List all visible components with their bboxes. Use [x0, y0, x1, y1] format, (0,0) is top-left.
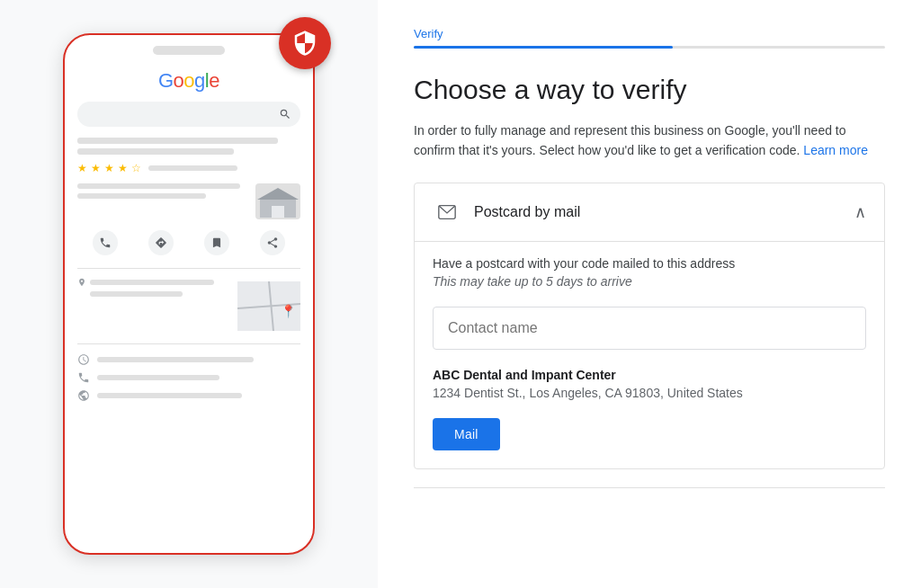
globe-icon: [77, 389, 90, 402]
phone-action-directions: [148, 230, 174, 255]
description-text: In order to fully manage and represent t…: [414, 120, 885, 161]
biz-info-skeleton: [77, 183, 248, 199]
biz-image-placeholder: [255, 183, 300, 219]
business-card-row: [77, 183, 300, 219]
google-logo: Google: [77, 69, 300, 93]
chevron-right-icon: ›: [289, 299, 293, 314]
postcard-note: This may take up to 5 days to arrive: [433, 274, 866, 289]
star-3: ★: [104, 162, 114, 174]
phone-search-bar: [77, 102, 300, 127]
share-icon: [266, 236, 279, 249]
skeleton-line: [97, 375, 219, 380]
skeleton-group-1: [77, 138, 300, 155]
shield-icon: [291, 30, 318, 57]
business-address: 1234 Dentist St., Los Angeles, CA 91803,…: [433, 386, 866, 400]
verify-option-postcard: Postcard by mail ∧ Have a postcard with …: [414, 183, 885, 469]
call-icon: [99, 236, 112, 249]
phone-notch: [153, 46, 225, 55]
star-5: ☆: [131, 162, 141, 174]
description-body: In order to fully manage and represent t…: [414, 123, 846, 157]
stars-row: ★ ★ ★ ★ ☆: [77, 162, 300, 174]
postcard-description: Have a postcard with your code mailed to…: [433, 242, 866, 271]
postcard-option-title: Postcard by mail: [474, 204, 854, 220]
g-letter-red2: e: [209, 69, 219, 92]
mail-button[interactable]: Mail: [433, 418, 500, 450]
star-1: ★: [77, 162, 87, 174]
g-letter-blue: G: [158, 69, 174, 92]
postcard-option-header[interactable]: Postcard by mail ∧: [415, 183, 884, 241]
star-2: ★: [91, 162, 101, 174]
g-letter-red: o: [174, 69, 184, 92]
skeleton-line: [77, 138, 278, 144]
clock-icon: [77, 353, 90, 366]
action-icons-row: [77, 230, 300, 255]
learn-more-link[interactable]: Learn more: [803, 143, 868, 157]
progress-bar-container: [414, 46, 885, 49]
skeleton-line: [90, 280, 214, 285]
progress-label: Verify: [414, 27, 885, 40]
skeleton-line: [90, 291, 183, 297]
skeleton-line: [77, 183, 240, 189]
g-letter-blue2: g: [194, 69, 205, 92]
contact-name-field-wrapper[interactable]: [433, 307, 866, 350]
phone-icon: [77, 371, 90, 384]
divider-1: [77, 268, 300, 269]
left-panel: Google ★ ★ ★: [0, 0, 378, 588]
mail-icon-wrapper: [433, 198, 461, 227]
star-4: ★: [118, 162, 128, 174]
phone-screen-content: Google ★ ★ ★: [65, 62, 313, 553]
map-row: 📍 ›: [77, 278, 300, 334]
skeleton-line: [77, 193, 206, 199]
storefront-icon: [255, 183, 300, 219]
bottom-divider: [414, 487, 885, 488]
phone-action-save: [204, 230, 229, 255]
progress-bar-fill: [414, 46, 673, 49]
chevron-up-icon: ∧: [854, 202, 866, 222]
directions-icon: [155, 236, 167, 249]
phone-action-call: [93, 230, 118, 255]
location-icon: [77, 278, 86, 287]
skeleton-line: [148, 165, 237, 171]
phone-action-share: [260, 230, 285, 255]
progress-section: Verify: [414, 27, 885, 49]
phone-row: [77, 371, 300, 384]
skeleton-line: [77, 148, 234, 155]
mail-icon: [437, 202, 457, 222]
svg-rect-2: [272, 206, 284, 218]
svg-marker-1: [257, 188, 299, 200]
shield-badge: [279, 17, 331, 69]
location-skeletons: [77, 278, 232, 297]
hours-row: [77, 353, 300, 366]
phone-device: Google ★ ★ ★: [63, 33, 315, 555]
business-name: ABC Dental and Impant Center: [433, 368, 866, 382]
web-row: [77, 389, 300, 402]
right-panel: Verify Choose a way to verify In order t…: [378, 0, 921, 588]
postcard-option-body: Have a postcard with your code mailed to…: [415, 241, 884, 468]
skeleton-line: [97, 357, 254, 362]
bookmark-icon: [210, 236, 223, 249]
contact-name-input[interactable]: [448, 320, 851, 336]
phone-mockup: Google ★ ★ ★: [63, 33, 315, 555]
phone-search-icon: [279, 108, 291, 120]
page-title: Choose a way to verify: [414, 74, 885, 106]
g-letter-yellow: o: [183, 69, 194, 92]
divider-2: [77, 343, 300, 344]
skeleton-line: [97, 393, 242, 398]
